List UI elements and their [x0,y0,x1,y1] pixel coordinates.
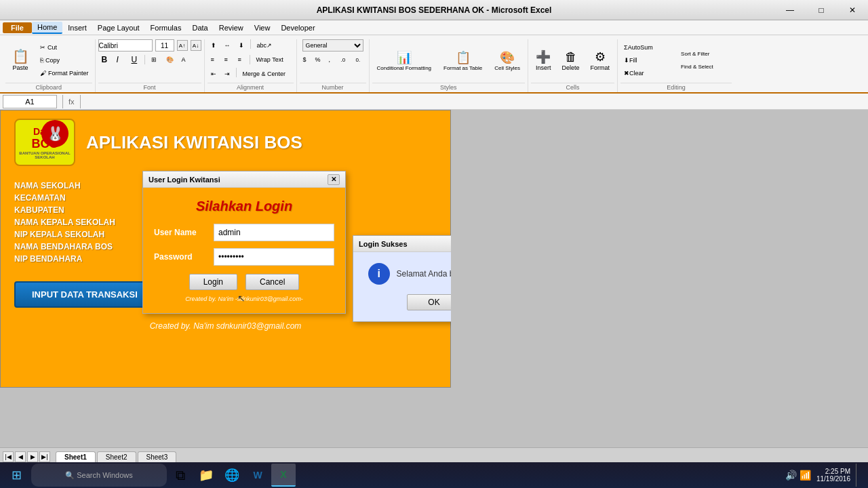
insert-cell-button[interactable]: ➕ Insert [531,41,556,80]
bold-button[interactable]: B [98,54,112,66]
sheet-nav-prev[interactable]: ◀ [15,451,26,462]
title-controls: — □ ✕ [774,0,868,20]
show-desktop-button[interactable] [856,464,860,487]
login-dialog-close-button[interactable]: ✕ [328,174,340,185]
login-dialog-titlebar: User Login Kwitansi ✕ [143,171,345,188]
alignment-group: ⬆ ↔ ⬇ abc↗ ≡ ≡ ≡ Wrap Text ⇤ ⇥ [205,39,297,92]
font-size-increase-button[interactable]: A↑ [177,40,188,51]
logo-animal-icon: 🐰 [47,125,64,142]
font-content: A↑ A↓ B I U ⊞ 🎨 A [98,39,201,81]
delete-icon: 🗑 [565,50,577,64]
tray-clock[interactable]: 2:25 PM 11/19/2016 [816,468,850,483]
close-button[interactable]: ✕ [837,0,868,20]
start-button[interactable]: ⊞ [3,464,30,487]
clear-button[interactable]: ✖ Clear [620,67,675,79]
sheet-tab-2[interactable]: Sheet2 [97,451,136,462]
menu-developer[interactable]: Developer [275,22,320,33]
format-painter-button[interactable]: 🖌 Format Painter [37,67,92,79]
decrease-indent-button[interactable]: ⇤ [208,68,220,80]
input-data-button[interactable]: INPUT DATA TRANSAKSI [14,281,155,308]
number-label: Number [300,83,366,92]
align-right-button[interactable]: ≡ [235,54,247,66]
menu-home[interactable]: Home [32,22,62,34]
editing-content: Σ AutoSum ⬇ Fill ✖ Clear Sort & Filter F… [620,39,732,81]
borders-button[interactable]: ⊞ [148,54,161,66]
align-left-button[interactable]: ≡ [208,54,220,66]
italic-button[interactable]: I [113,54,127,66]
sheet-nav-next[interactable]: ▶ [27,451,38,462]
menu-page-layout[interactable]: Page Layout [92,22,145,33]
cancel-button[interactable]: Cancel [245,274,299,290]
merge-center-button[interactable]: Merge & Center [239,68,290,80]
excel-icon[interactable]: X [271,464,296,487]
password-input[interactable] [214,248,334,266]
logo-sub: BANTUAN OPERASIONAL SEKOLAH [18,151,72,159]
logo-emblem: 🐰 [41,120,68,147]
align-top-button[interactable]: ⬆ [208,39,220,52]
password-label: Password [154,252,208,262]
login-dialog: User Login Kwitansi ✕ Silahkan Login Use… [142,171,346,314]
find-select-button[interactable]: Find & Select [677,61,732,73]
percent-button[interactable]: % [312,54,324,66]
menu-file[interactable]: File [3,22,32,33]
menu-insert[interactable]: Insert [62,22,92,33]
font-color-button[interactable]: A [178,54,192,66]
comma-button[interactable]: , [326,54,336,66]
menu-review[interactable]: Review [214,22,249,33]
word-icon[interactable]: W [245,464,270,487]
username-input[interactable] [214,224,334,241]
underline-button[interactable]: U [128,54,142,66]
increase-indent-button[interactable]: ⇥ [221,68,233,80]
decrease-decimal-button[interactable]: 0. [353,54,366,66]
align-center-button[interactable]: ≡ [221,54,233,66]
login-subtitle: Silahkan Login [154,199,334,214]
align-middle-button[interactable]: ↔ [221,39,234,52]
menu-data[interactable]: Data [186,22,213,33]
fill-color-button[interactable]: 🎨 [163,54,177,66]
sort-filter-button[interactable]: Sort & Filter [677,48,732,60]
cell-styles-button[interactable]: 🎨 Cell Styles [490,41,525,80]
sheet-tab-1[interactable]: Sheet1 [56,451,96,462]
file-explorer-icon[interactable]: 📁 [194,464,218,487]
font-name-input[interactable] [98,39,153,52]
copy-button[interactable]: ⎘ Copy [37,54,92,66]
editing-label: Editing [620,83,732,92]
maximize-button[interactable]: □ [806,0,837,20]
increase-decimal-button[interactable]: .0 [338,54,351,66]
alignment-label: Alignment [208,83,294,92]
copy-icon: ⎘ [40,57,43,64]
conditional-formatting-button[interactable]: 📊 Conditional Formatting [372,41,436,80]
font-size-decrease-button[interactable]: A↓ [191,40,201,51]
paste-button[interactable]: 📋 Paste [5,41,35,80]
search-bar[interactable]: 🔍 Search Windows [31,464,167,487]
delete-cell-button[interactable]: 🗑 Delete [557,41,585,80]
name-box[interactable] [3,95,57,108]
menu-view[interactable]: View [249,22,276,33]
login-dialog-footer: Created by. Na'im -sdnkunir03@gmail.com- [154,296,334,302]
sheet-nav-first[interactable]: |◀ [3,451,14,462]
orientation-button[interactable]: abc↗ [254,39,288,52]
menu-bar: File Home Insert Page Layout Formulas Da… [0,20,868,35]
fill-button[interactable]: ⬇ Fill [620,54,675,66]
tray-date-text: 11/19/2016 [816,475,850,483]
align-bottom-button[interactable]: ⬇ [235,39,248,52]
styles-label: Styles [372,83,526,92]
format-cell-button[interactable]: ⚙ Format [586,41,615,80]
sheet-tab-3[interactable]: Sheet3 [138,451,177,462]
wrap-text-button[interactable]: Wrap Text [253,54,294,66]
task-view-button[interactable]: ⧉ [168,464,193,487]
title-bar: APLIKASI KWITANSI BOS SEDERHANA OK - Mic… [0,0,868,20]
login-button[interactable]: Login [189,274,237,290]
currency-button[interactable]: $ [300,54,311,66]
formula-divider2 [80,95,81,108]
chrome-icon[interactable]: 🌐 [220,464,244,487]
font-size-input[interactable] [155,39,174,52]
cut-button[interactable]: ✂ Cut [37,41,92,54]
menu-formulas[interactable]: Formulas [145,22,187,33]
formula-input[interactable] [83,95,868,108]
sheet-nav-last[interactable]: ▶| [39,451,50,462]
minimize-button[interactable]: — [774,0,806,20]
format-table-button[interactable]: 📋 Format as Table [439,41,487,80]
autosum-button[interactable]: Σ AutoSum [620,41,675,54]
number-format-select[interactable]: General [302,39,363,52]
